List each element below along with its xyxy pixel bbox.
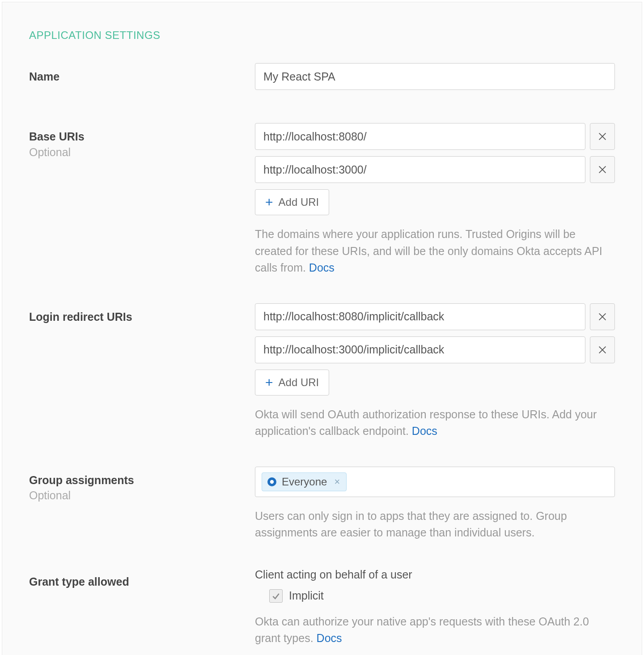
close-icon bbox=[597, 345, 607, 355]
login-redirect-docs-link[interactable]: Docs bbox=[412, 425, 437, 437]
remove-login-redirect-1-button[interactable] bbox=[590, 336, 615, 363]
close-icon bbox=[597, 132, 607, 141]
row-base-uris: Base URIs Optional + Add URI The do bbox=[29, 123, 615, 276]
login-redirect-input-0[interactable] bbox=[255, 303, 585, 330]
group-icon bbox=[267, 476, 277, 487]
group-assignments-sublabel: Optional bbox=[29, 488, 255, 503]
plus-icon: + bbox=[265, 376, 273, 389]
add-login-redirect-label: Add URI bbox=[279, 376, 319, 389]
row-grant-type: Grant type allowed Client acting on beha… bbox=[29, 568, 615, 647]
close-icon bbox=[597, 165, 607, 174]
base-uris-docs-link[interactable]: Docs bbox=[309, 261, 335, 274]
group-assignments-help: Users can only sign in to apps that they… bbox=[255, 508, 615, 541]
add-base-uri-button[interactable]: + Add URI bbox=[255, 189, 329, 215]
row-group-assignments: Group assignments Optional Everyone × Us… bbox=[29, 467, 615, 541]
login-redirect-help: Okta will send OAuth authorization respo… bbox=[255, 406, 615, 440]
remove-base-uri-0-button[interactable] bbox=[590, 123, 615, 150]
base-uri-input-0[interactable] bbox=[255, 123, 585, 150]
row-login-redirect: Login redirect URIs + Add URI Okta will … bbox=[29, 303, 615, 440]
application-settings-panel: APPLICATION SETTINGS Name Base URIs Opti… bbox=[2, 2, 642, 655]
row-name: Name bbox=[29, 63, 615, 96]
grant-type-docs-link[interactable]: Docs bbox=[317, 632, 342, 644]
group-assignments-input[interactable]: Everyone × bbox=[255, 467, 615, 497]
implicit-checkbox[interactable] bbox=[269, 589, 283, 603]
group-chip-everyone[interactable]: Everyone × bbox=[262, 472, 347, 491]
grant-type-subheading: Client acting on behalf of a user bbox=[255, 568, 615, 581]
grant-type-label: Grant type allowed bbox=[29, 574, 255, 589]
grant-type-help: Okta can authorize your native app's req… bbox=[255, 613, 615, 647]
login-redirect-input-1[interactable] bbox=[255, 336, 585, 363]
base-uris-label: Base URIs bbox=[29, 129, 255, 144]
name-input[interactable] bbox=[255, 63, 615, 90]
implicit-label: Implicit bbox=[289, 589, 324, 602]
add-base-uri-label: Add URI bbox=[279, 196, 319, 208]
remove-chip-icon[interactable]: × bbox=[334, 476, 340, 488]
plus-icon: + bbox=[265, 196, 273, 209]
remove-base-uri-1-button[interactable] bbox=[590, 156, 615, 183]
svg-point-9 bbox=[270, 480, 274, 483]
name-label: Name bbox=[29, 69, 255, 84]
base-uri-input-1[interactable] bbox=[255, 156, 585, 183]
add-login-redirect-button[interactable]: + Add URI bbox=[255, 370, 329, 396]
group-chip-label: Everyone bbox=[282, 476, 327, 488]
remove-login-redirect-0-button[interactable] bbox=[590, 303, 615, 330]
section-title: APPLICATION SETTINGS bbox=[29, 29, 615, 42]
group-assignments-label: Group assignments bbox=[29, 473, 255, 488]
base-uris-sublabel: Optional bbox=[29, 145, 255, 160]
base-uris-help: The domains where your application runs.… bbox=[255, 226, 615, 276]
login-redirect-label: Login redirect URIs bbox=[29, 310, 255, 324]
check-icon bbox=[271, 591, 280, 600]
close-icon bbox=[597, 312, 607, 322]
